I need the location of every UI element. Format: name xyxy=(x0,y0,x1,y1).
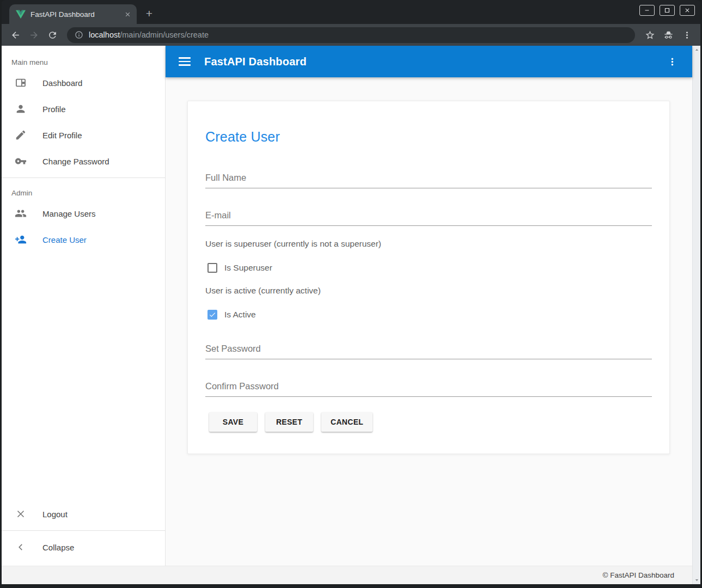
save-button[interactable]: SAVE xyxy=(209,412,257,432)
sidebar-item-dashboard[interactable]: Dashboard xyxy=(2,70,165,96)
sidebar-divider xyxy=(2,177,165,178)
sidebar-item-label: Edit Profile xyxy=(42,131,82,140)
browser-tab[interactable]: FastAPI Dashboard xyxy=(9,4,137,24)
reload-button[interactable] xyxy=(44,27,60,43)
sidebar-section-admin: Admin xyxy=(2,181,165,200)
browser-toolbar: localhost/main/admin/users/create xyxy=(2,24,700,46)
sidebar-item-label: Logout xyxy=(42,510,68,519)
scrollbar-up-arrow[interactable] xyxy=(693,46,700,54)
address-bar[interactable]: localhost/main/admin/users/create xyxy=(67,27,635,43)
browser-menu-icon[interactable] xyxy=(679,27,695,43)
full-name-input[interactable] xyxy=(205,170,652,188)
sidebar-item-change-password[interactable]: Change Password xyxy=(2,148,165,174)
person-icon xyxy=(14,102,27,115)
appbar-menu-icon[interactable] xyxy=(665,54,679,69)
is-active-checkbox-row[interactable]: Is Active xyxy=(207,310,652,320)
window-minimize-button[interactable] xyxy=(639,5,655,16)
scrollbar-down-arrow[interactable] xyxy=(693,576,700,584)
sidebar-item-collapse[interactable]: Collapse xyxy=(2,534,165,560)
sidebar-divider xyxy=(2,530,165,531)
content-area: Create User User is superuser (currently… xyxy=(166,77,692,566)
page: Main menu Dashboard Profile xyxy=(2,46,700,584)
window-controls xyxy=(639,5,695,16)
url-text: localhost/main/admin/users/create xyxy=(89,30,209,39)
people-icon xyxy=(14,207,27,220)
page-title: Create User xyxy=(205,129,652,145)
browser-window: FastAPI Dashboard + xyxy=(0,0,702,588)
window-close-button[interactable] xyxy=(680,5,695,16)
vue-logo-icon xyxy=(16,10,26,19)
window-maximize-button[interactable] xyxy=(660,5,675,16)
sidebar-item-label: Create User xyxy=(42,235,87,244)
superuser-hint: User is superuser (currently is not a su… xyxy=(205,239,652,249)
chevron-left-icon xyxy=(14,541,27,554)
page-footer: © FastAPI Dashboard xyxy=(2,566,692,584)
main-area: FastAPI Dashboard Create User xyxy=(166,46,692,566)
app-title: FastAPI Dashboard xyxy=(204,56,307,68)
create-user-card: Create User User is superuser (currently… xyxy=(187,101,670,454)
url-host: localhost xyxy=(89,30,120,39)
browser-tab-strip: FastAPI Dashboard + xyxy=(2,0,700,24)
close-icon xyxy=(14,507,27,520)
sidebar-item-logout[interactable]: Logout xyxy=(2,501,165,527)
pencil-icon xyxy=(14,128,27,142)
sidebar: Main menu Dashboard Profile xyxy=(2,46,166,566)
reset-button[interactable]: RESET xyxy=(265,412,313,432)
is-superuser-checkbox-row[interactable]: Is Superuser xyxy=(207,263,652,273)
incognito-icon xyxy=(660,27,676,43)
active-hint: User is active (currently active) xyxy=(205,286,652,296)
sidebar-item-manage-users[interactable]: Manage Users xyxy=(2,200,165,226)
page-info-icon[interactable] xyxy=(75,30,83,39)
is-superuser-checkbox[interactable] xyxy=(207,263,217,273)
key-icon xyxy=(14,155,27,168)
cancel-button[interactable]: CANCEL xyxy=(321,412,373,432)
url-path: /main/admin/users/create xyxy=(120,30,209,39)
is-active-checkbox[interactable] xyxy=(207,310,217,320)
tab-close-icon[interactable] xyxy=(123,9,132,19)
scrollbar-track[interactable] xyxy=(693,54,700,576)
sidebar-item-label: Profile xyxy=(42,105,66,114)
back-button[interactable] xyxy=(7,27,23,43)
forward-button[interactable] xyxy=(26,27,42,43)
checkbox-label: Is Active xyxy=(224,310,256,320)
sidebar-section-main-menu: Main menu xyxy=(2,46,165,70)
dashboard-icon xyxy=(14,76,27,89)
sidebar-item-label: Change Password xyxy=(42,157,109,166)
new-tab-button[interactable]: + xyxy=(141,5,157,22)
sidebar-item-edit-profile[interactable]: Edit Profile xyxy=(2,122,165,148)
sidebar-item-label: Collapse xyxy=(42,543,74,552)
set-password-input[interactable] xyxy=(205,341,652,359)
sidebar-item-label: Manage Users xyxy=(42,209,96,218)
sidebar-item-create-user[interactable]: Create User xyxy=(2,226,165,253)
vertical-scrollbar[interactable] xyxy=(692,46,700,584)
app-bar: FastAPI Dashboard xyxy=(166,46,692,77)
confirm-password-input[interactable] xyxy=(205,379,652,397)
email-input[interactable] xyxy=(205,208,652,226)
bookmark-star-icon[interactable] xyxy=(642,27,658,43)
checkbox-label: Is Superuser xyxy=(224,263,272,273)
copyright-text: © FastAPI Dashboard xyxy=(602,571,674,579)
tab-title: FastAPI Dashboard xyxy=(30,10,123,19)
hamburger-menu-icon[interactable] xyxy=(179,57,191,66)
sidebar-item-profile[interactable]: Profile xyxy=(2,96,165,122)
sidebar-item-label: Dashboard xyxy=(42,78,82,88)
person-add-icon xyxy=(14,233,27,246)
